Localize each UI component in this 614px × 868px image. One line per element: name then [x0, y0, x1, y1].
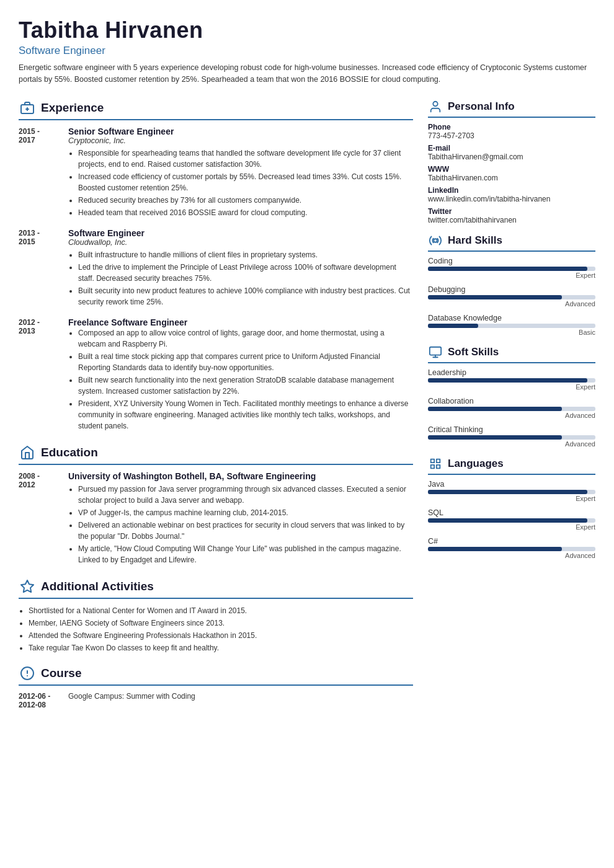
- hard-skills-bars: CodingExpertDebuggingAdvancedDatabase Kn…: [428, 257, 595, 336]
- exp-bullets: Composed an app to allow voice control o…: [68, 327, 413, 432]
- skill-bar-background: [428, 435, 595, 440]
- main-columns: Experience 2015 - 2017Senior Software En…: [19, 99, 595, 720]
- personal-info-fields: Phone773-457-2703E-mailTabithaHirvanen@g…: [428, 123, 595, 224]
- skill-item: JavaExpert: [428, 480, 595, 502]
- skill-level-label: Advanced: [428, 440, 595, 448]
- info-label: WWW: [428, 165, 595, 174]
- languages-bars: JavaExpertSQLExpertC#Advanced: [428, 480, 595, 559]
- skill-bar-background: [428, 267, 595, 271]
- personal-info-title: Personal Info: [448, 100, 515, 113]
- languages-header: Languages: [428, 456, 595, 475]
- skill-name: Leadership: [428, 368, 595, 377]
- personal-info-item: Twittertwitter.com/tabithahirvanen: [428, 207, 595, 224]
- skill-item: DebuggingAdvanced: [428, 285, 595, 308]
- activity-item: Member, IAENG Society of Software Engine…: [29, 618, 413, 629]
- skill-name: SQL: [428, 508, 595, 517]
- skill-level-label: Advanced: [428, 412, 595, 419]
- soft-skills-section: Soft Skills LeadershipExpertCollaboratio…: [428, 345, 595, 448]
- experience-title: Experience: [41, 101, 104, 115]
- exp-bullet: Built a real time stock picking app that…: [78, 351, 413, 373]
- personal-info-item: Phone773-457-2703: [428, 123, 595, 140]
- exp-bullets: Responsible for spearheading teams that …: [68, 148, 413, 218]
- info-value: twitter.com/tabithahirvanen: [428, 216, 595, 224]
- skill-bar-background: [428, 547, 595, 551]
- svg-point-8: [434, 239, 437, 242]
- skill-bar-background: [428, 324, 595, 328]
- activities-header: Additional Activities: [19, 578, 413, 599]
- education-icon: [19, 444, 36, 461]
- hard-skills-icon: [428, 233, 443, 248]
- skill-bar-fill: [428, 295, 562, 299]
- education-header: Education: [19, 444, 413, 465]
- skill-level-label: Expert: [428, 383, 595, 391]
- skill-level-label: Expert: [428, 523, 595, 531]
- skill-item: Database KnowledgeBasic: [428, 314, 595, 336]
- info-value: 773-457-2703: [428, 131, 595, 140]
- skill-item: C#Advanced: [428, 537, 595, 559]
- skill-level-label: Basic: [428, 329, 595, 336]
- activities-list: Shortlisted for a National Center for Wo…: [19, 605, 413, 653]
- exp-company: Cloudwallop, Inc.: [68, 238, 413, 247]
- exp-bullet: Headed team that received 2016 BOSSIE aw…: [78, 207, 413, 218]
- exp-bullet: Increased code efficiency of customer po…: [78, 171, 413, 193]
- experience-entry: 2013 - 2015Software EngineerCloudwallop,…: [19, 228, 413, 309]
- education-entry: 2008 - 2012University of Washington Both…: [19, 471, 413, 567]
- skill-name: C#: [428, 537, 595, 546]
- languages-section: Languages JavaExpertSQLExpertC#Advanced: [428, 456, 595, 559]
- languages-title: Languages: [448, 458, 504, 470]
- activity-item: Take regular Tae Kwon Do classes to keep…: [29, 642, 413, 653]
- personal-info-icon: [428, 99, 443, 114]
- skill-bar-fill: [428, 435, 562, 440]
- experience-entries: 2015 - 2017Senior Software EngineerCrypt…: [19, 126, 413, 433]
- skill-bar-fill: [428, 378, 587, 383]
- info-value: TabithaHirvanen@gmail.com: [428, 153, 595, 161]
- exp-date: 2015 - 2017: [19, 126, 68, 219]
- experience-section: Experience 2015 - 2017Senior Software En…: [19, 99, 413, 433]
- info-value: TabithaHirvanen.com: [428, 174, 595, 182]
- candidate-title: Software Engineer: [19, 45, 595, 57]
- exp-bullet: President, XYZ University Young Women in…: [78, 398, 413, 432]
- edu-school-title: University of Washington Bothell, BA, So…: [68, 471, 413, 481]
- soft-skills-icon: [428, 345, 443, 360]
- skill-bar-background: [428, 518, 595, 523]
- skill-bar-background: [428, 378, 595, 383]
- exp-bullet: Led the drive to implement the Principle…: [78, 262, 413, 284]
- exp-bullets: Built infrastructure to handle millions …: [68, 249, 413, 308]
- skill-item: SQLExpert: [428, 508, 595, 531]
- exp-bullet: Composed an app to allow voice control o…: [78, 327, 413, 350]
- skill-bar-fill: [428, 324, 478, 328]
- skill-bar-background: [428, 295, 595, 299]
- svg-marker-3: [21, 580, 33, 592]
- education-entries: 2008 - 2012University of Washington Both…: [19, 471, 413, 567]
- skill-level-label: Advanced: [428, 552, 595, 559]
- skill-bar-background: [428, 407, 595, 411]
- skill-name: Critical Thinking: [428, 425, 595, 434]
- exp-date: 2013 - 2015: [19, 228, 68, 309]
- skill-name: Debugging: [428, 285, 595, 294]
- soft-skills-title: Soft Skills: [448, 346, 499, 358]
- skill-item: CollaborationAdvanced: [428, 397, 595, 419]
- exp-content: Freelance Software EngineerComposed an a…: [68, 317, 413, 433]
- skill-item: CodingExpert: [428, 257, 595, 279]
- skill-level-label: Advanced: [428, 300, 595, 308]
- skill-level-label: Expert: [428, 495, 595, 502]
- education-section: Education 2008 - 2012University of Washi…: [19, 444, 413, 567]
- personal-info-item: LinkedInwww.linkedin.com/in/tabitha-hirv…: [428, 186, 595, 203]
- exp-bullet: Built security into new product features…: [78, 285, 413, 308]
- exp-date: 2012 - 2013: [19, 317, 68, 433]
- exp-job-title: Freelance Software Engineer: [68, 317, 413, 327]
- course-header: Course: [19, 665, 413, 686]
- experience-icon: [19, 99, 36, 117]
- skill-name: Database Knowledge: [428, 314, 595, 322]
- exp-content: Software EngineerCloudwallop, Inc.Built …: [68, 228, 413, 309]
- candidate-summary: Energetic software engineer with 5 years…: [19, 62, 595, 86]
- skill-name: Collaboration: [428, 397, 595, 405]
- activities-section: Additional Activities Shortlisted for a …: [19, 578, 413, 653]
- personal-info-item: E-mailTabithaHirvanen@gmail.com: [428, 144, 595, 161]
- course-section: Course 2012-06 - 2012-08Google Campus: S…: [19, 665, 413, 709]
- skill-bar-fill: [428, 407, 562, 411]
- exp-bullet: Reduced security breaches by 73% for all…: [78, 195, 413, 206]
- activities-icon: [19, 578, 36, 595]
- skill-item: LeadershipExpert: [428, 368, 595, 391]
- edu-bullet: VP of Jugger-Is, the campus machine lear…: [78, 507, 413, 518]
